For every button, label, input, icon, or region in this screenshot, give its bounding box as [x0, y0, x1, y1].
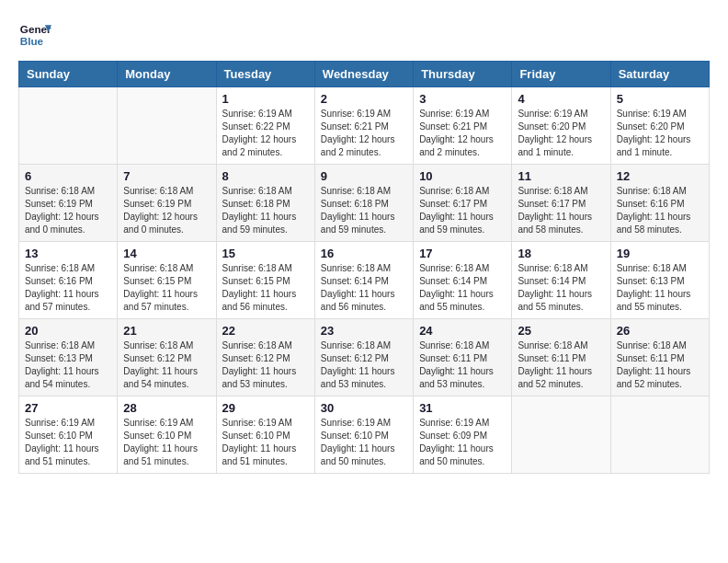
day-info: Sunrise: 6:18 AM Sunset: 6:17 PM Dayligh… — [518, 185, 604, 236]
day-info: Sunrise: 6:18 AM Sunset: 6:12 PM Dayligh… — [123, 339, 210, 391]
day-number: 25 — [518, 324, 604, 338]
day-number: 23 — [321, 324, 407, 338]
calendar-week-3: 13Sunrise: 6:18 AM Sunset: 6:16 PM Dayli… — [19, 242, 710, 319]
svg-text:Blue: Blue — [20, 35, 44, 47]
calendar-cell: 2Sunrise: 6:19 AM Sunset: 6:21 PM Daylig… — [314, 87, 413, 165]
weekday-header-thursday: Thursday — [414, 62, 512, 87]
calendar-cell: 18Sunrise: 6:18 AM Sunset: 6:14 PM Dayli… — [512, 242, 610, 319]
calendar-cell — [118, 87, 216, 165]
calendar-cell: 1Sunrise: 6:19 AM Sunset: 6:22 PM Daylig… — [216, 87, 314, 165]
calendar-cell: 15Sunrise: 6:18 AM Sunset: 6:15 PM Dayli… — [216, 242, 314, 319]
calendar-cell: 16Sunrise: 6:18 AM Sunset: 6:14 PM Dayli… — [314, 242, 413, 319]
day-info: Sunrise: 6:19 AM Sunset: 6:10 PM Dayligh… — [321, 417, 407, 468]
calendar-cell: 28Sunrise: 6:19 AM Sunset: 6:10 PM Dayli… — [118, 396, 216, 474]
calendar-cell: 25Sunrise: 6:18 AM Sunset: 6:11 PM Dayli… — [512, 319, 610, 396]
day-info: Sunrise: 6:19 AM Sunset: 6:09 PM Dayligh… — [419, 417, 506, 468]
svg-text:General: General — [20, 23, 51, 35]
day-info: Sunrise: 6:18 AM Sunset: 6:15 PM Dayligh… — [222, 262, 309, 314]
day-number: 22 — [222, 324, 309, 338]
calendar-cell: 13Sunrise: 6:18 AM Sunset: 6:16 PM Dayli… — [19, 242, 118, 319]
day-info: Sunrise: 6:18 AM Sunset: 6:13 PM Dayligh… — [617, 262, 703, 314]
calendar-cell — [610, 396, 709, 474]
day-info: Sunrise: 6:19 AM Sunset: 6:21 PM Dayligh… — [419, 108, 506, 159]
day-number: 29 — [222, 401, 309, 415]
weekday-header-row: SundayMondayTuesdayWednesdayThursdayFrid… — [19, 62, 710, 87]
day-info: Sunrise: 6:18 AM Sunset: 6:18 PM Dayligh… — [321, 185, 407, 236]
day-info: Sunrise: 6:18 AM Sunset: 6:14 PM Dayligh… — [518, 262, 604, 314]
day-number: 31 — [419, 401, 506, 415]
logo: General Blue — [18, 18, 51, 52]
day-number: 10 — [419, 169, 506, 183]
day-number: 6 — [25, 169, 111, 183]
calendar-cell: 23Sunrise: 6:18 AM Sunset: 6:12 PM Dayli… — [314, 319, 413, 396]
logo-icon: General Blue — [18, 18, 51, 52]
calendar-cell: 27Sunrise: 6:19 AM Sunset: 6:10 PM Dayli… — [19, 396, 118, 474]
calendar-cell: 8Sunrise: 6:18 AM Sunset: 6:18 PM Daylig… — [216, 165, 314, 242]
day-info: Sunrise: 6:19 AM Sunset: 6:20 PM Dayligh… — [617, 108, 703, 159]
day-info: Sunrise: 6:18 AM Sunset: 6:13 PM Dayligh… — [25, 339, 111, 391]
calendar-week-4: 20Sunrise: 6:18 AM Sunset: 6:13 PM Dayli… — [19, 319, 710, 396]
calendar-week-2: 6Sunrise: 6:18 AM Sunset: 6:19 PM Daylig… — [19, 165, 710, 242]
calendar-cell: 4Sunrise: 6:19 AM Sunset: 6:20 PM Daylig… — [512, 87, 610, 165]
calendar-cell: 20Sunrise: 6:18 AM Sunset: 6:13 PM Dayli… — [19, 319, 118, 396]
day-number: 18 — [518, 247, 604, 260]
day-number: 19 — [617, 247, 703, 260]
day-info: Sunrise: 6:19 AM Sunset: 6:22 PM Dayligh… — [222, 108, 309, 159]
calendar-cell: 14Sunrise: 6:18 AM Sunset: 6:15 PM Dayli… — [118, 242, 216, 319]
day-number: 26 — [617, 324, 703, 338]
day-info: Sunrise: 6:18 AM Sunset: 6:12 PM Dayligh… — [321, 339, 407, 391]
calendar-cell — [19, 87, 118, 165]
calendar-week-1: 1Sunrise: 6:19 AM Sunset: 6:22 PM Daylig… — [19, 87, 710, 165]
day-info: Sunrise: 6:18 AM Sunset: 6:19 PM Dayligh… — [25, 185, 111, 236]
calendar-cell: 5Sunrise: 6:19 AM Sunset: 6:20 PM Daylig… — [610, 87, 709, 165]
day-info: Sunrise: 6:18 AM Sunset: 6:12 PM Dayligh… — [222, 339, 309, 391]
calendar-cell: 24Sunrise: 6:18 AM Sunset: 6:11 PM Dayli… — [414, 319, 512, 396]
calendar-cell: 30Sunrise: 6:19 AM Sunset: 6:10 PM Dayli… — [314, 396, 413, 474]
day-info: Sunrise: 6:18 AM Sunset: 6:14 PM Dayligh… — [321, 262, 407, 314]
day-info: Sunrise: 6:18 AM Sunset: 6:19 PM Dayligh… — [123, 185, 210, 236]
day-info: Sunrise: 6:18 AM Sunset: 6:14 PM Dayligh… — [419, 262, 506, 314]
day-info: Sunrise: 6:18 AM Sunset: 6:11 PM Dayligh… — [419, 339, 506, 391]
calendar-cell: 10Sunrise: 6:18 AM Sunset: 6:17 PM Dayli… — [414, 165, 512, 242]
day-number: 1 — [222, 92, 309, 106]
weekday-header-tuesday: Tuesday — [216, 62, 314, 87]
day-number: 11 — [518, 169, 604, 183]
day-number: 2 — [321, 92, 407, 106]
weekday-header-saturday: Saturday — [610, 62, 709, 87]
calendar-cell: 26Sunrise: 6:18 AM Sunset: 6:11 PM Dayli… — [610, 319, 709, 396]
weekday-header-sunday: Sunday — [19, 62, 118, 87]
day-number: 16 — [321, 247, 407, 260]
day-info: Sunrise: 6:19 AM Sunset: 6:10 PM Dayligh… — [123, 417, 210, 468]
day-number: 20 — [25, 324, 111, 338]
calendar-cell: 17Sunrise: 6:18 AM Sunset: 6:14 PM Dayli… — [414, 242, 512, 319]
day-info: Sunrise: 6:18 AM Sunset: 6:11 PM Dayligh… — [518, 339, 604, 391]
calendar-cell: 21Sunrise: 6:18 AM Sunset: 6:12 PM Dayli… — [118, 319, 216, 396]
calendar-cell: 7Sunrise: 6:18 AM Sunset: 6:19 PM Daylig… — [118, 165, 216, 242]
day-info: Sunrise: 6:18 AM Sunset: 6:16 PM Dayligh… — [25, 262, 111, 314]
calendar-table: SundayMondayTuesdayWednesdayThursdayFrid… — [18, 61, 710, 474]
day-info: Sunrise: 6:18 AM Sunset: 6:15 PM Dayligh… — [123, 262, 210, 314]
calendar-cell: 11Sunrise: 6:18 AM Sunset: 6:17 PM Dayli… — [512, 165, 610, 242]
weekday-header-wednesday: Wednesday — [314, 62, 413, 87]
day-info: Sunrise: 6:19 AM Sunset: 6:10 PM Dayligh… — [25, 417, 111, 468]
day-info: Sunrise: 6:18 AM Sunset: 6:17 PM Dayligh… — [419, 185, 506, 236]
calendar-cell: 9Sunrise: 6:18 AM Sunset: 6:18 PM Daylig… — [314, 165, 413, 242]
calendar-cell: 6Sunrise: 6:18 AM Sunset: 6:19 PM Daylig… — [19, 165, 118, 242]
day-info: Sunrise: 6:18 AM Sunset: 6:11 PM Dayligh… — [617, 339, 703, 391]
day-number: 15 — [222, 247, 309, 260]
day-number: 9 — [321, 169, 407, 183]
weekday-header-friday: Friday — [512, 62, 610, 87]
day-number: 3 — [419, 92, 506, 106]
day-number: 28 — [123, 401, 210, 415]
day-number: 27 — [25, 401, 111, 415]
calendar-cell — [512, 396, 610, 474]
day-number: 7 — [123, 169, 210, 183]
calendar-cell: 19Sunrise: 6:18 AM Sunset: 6:13 PM Dayli… — [610, 242, 709, 319]
day-number: 30 — [321, 401, 407, 415]
calendar-week-5: 27Sunrise: 6:19 AM Sunset: 6:10 PM Dayli… — [19, 396, 710, 474]
weekday-header-monday: Monday — [118, 62, 216, 87]
day-info: Sunrise: 6:19 AM Sunset: 6:10 PM Dayligh… — [222, 417, 309, 468]
day-number: 8 — [222, 169, 309, 183]
calendar-cell: 22Sunrise: 6:18 AM Sunset: 6:12 PM Dayli… — [216, 319, 314, 396]
page-header: General Blue — [18, 18, 710, 52]
